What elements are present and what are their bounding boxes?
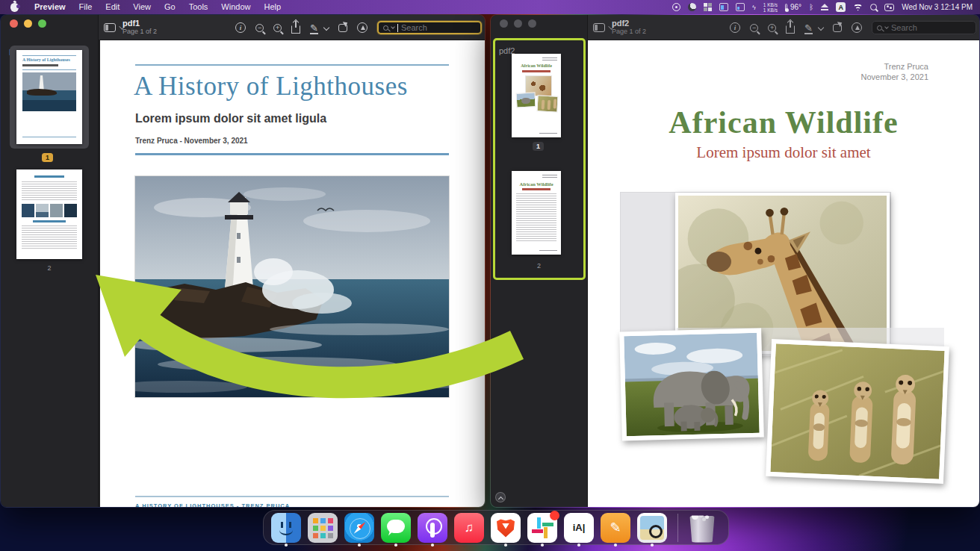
page-1-badge: 1 bbox=[533, 142, 544, 151]
pdf1-page1-thumbnail[interactable]: A History of Lighthouses bbox=[16, 50, 82, 144]
info-icon[interactable]: i bbox=[730, 22, 740, 33]
dock-music-icon[interactable]: ♫ bbox=[454, 513, 484, 543]
info-icon[interactable]: i bbox=[235, 22, 246, 33]
dock-trash-icon[interactable] bbox=[689, 516, 716, 543]
pdf1-content[interactable]: A History of Lighthouses Lorem ipsum dol… bbox=[99, 40, 485, 507]
share-icon[interactable] bbox=[291, 25, 300, 34]
status-app-icon[interactable] bbox=[672, 3, 680, 11]
zoom-out-icon[interactable]: − bbox=[255, 24, 264, 32]
dock-messages-icon[interactable] bbox=[381, 513, 411, 543]
menu-go[interactable]: Go bbox=[158, 0, 182, 14]
zoom-out-icon[interactable]: − bbox=[750, 24, 758, 32]
dock-pen-icon[interactable]: ✎ bbox=[601, 513, 630, 543]
menu-edit[interactable]: Edit bbox=[99, 0, 126, 14]
doc-rule bbox=[135, 153, 449, 155]
pdf2-titlebar[interactable]: pdf2 Page 1 of 2 i − + ✎ Search bbox=[588, 15, 979, 40]
memory-meter-icon[interactable] bbox=[736, 3, 745, 11]
minimize-button[interactable] bbox=[514, 19, 522, 28]
close-button[interactable] bbox=[500, 19, 508, 28]
zoom-in-icon[interactable]: + bbox=[273, 24, 282, 32]
dock-safari-icon[interactable] bbox=[344, 513, 374, 543]
scroll-up-button[interactable] bbox=[495, 492, 506, 502]
pdf1-page2-thumbnail[interactable] bbox=[16, 169, 82, 259]
rotate-icon[interactable] bbox=[833, 24, 842, 32]
close-button[interactable] bbox=[10, 19, 18, 28]
doc-title: African Wildlife bbox=[588, 105, 979, 140]
menu-bar-clock[interactable]: Wed Nov 3 12:14 PM bbox=[902, 3, 973, 11]
menu-bar: Preview File Edit View Go Tools Window H… bbox=[0, 0, 980, 14]
power-bolt-icon[interactable]: ϟ bbox=[752, 4, 756, 11]
wifi-icon[interactable] bbox=[853, 4, 863, 11]
running-indicator-dot bbox=[431, 544, 434, 547]
dock-podcasts-icon[interactable] bbox=[418, 513, 447, 543]
thumb-text-block bbox=[22, 181, 77, 201]
dock-brave-icon[interactable] bbox=[491, 513, 521, 543]
sidebar-toggle-icon[interactable] bbox=[104, 23, 116, 32]
menu-bar-status: ϟ 1 KB/s 1 KB/s 96° ᛒ A Wed Nov 3 12:14 … bbox=[672, 2, 980, 13]
preview-window-pdf2: pdf2 African Wildlife 1 African Wildlife… bbox=[490, 14, 980, 508]
pdf2-content[interactable]: Trenz Pruca November 3, 2021 African Wil… bbox=[588, 40, 979, 507]
search-placeholder: Search bbox=[401, 23, 427, 32]
window-title: pdf2 bbox=[612, 19, 646, 28]
annotate-icon[interactable] bbox=[852, 22, 862, 33]
menu-app-preview[interactable]: Preview bbox=[28, 0, 72, 14]
markup-dropdown-icon[interactable] bbox=[323, 25, 329, 31]
page-2-number: 2 bbox=[1, 264, 98, 272]
doc-date: November 3, 2021 bbox=[861, 72, 929, 82]
pdf1-titlebar[interactable]: pdf1 Page 1 of 2 i − + ✎ S bbox=[99, 15, 485, 40]
rotate-icon[interactable] bbox=[338, 24, 347, 32]
markup-pen-icon[interactable]: ✎ bbox=[310, 23, 318, 33]
bluetooth-icon[interactable]: ᛒ bbox=[809, 3, 813, 11]
zoom-button[interactable] bbox=[528, 19, 536, 28]
pdf2-page2-thumbnail[interactable]: African Wildlife bbox=[512, 171, 561, 255]
markup-pen-icon[interactable]: ✎ bbox=[804, 23, 813, 33]
markup-dropdown-icon[interactable] bbox=[818, 25, 824, 31]
thumb-rule bbox=[22, 55, 76, 56]
running-indicator-dot bbox=[541, 544, 544, 547]
dock-launchpad-icon[interactable] bbox=[308, 513, 338, 543]
page-indicator: Page 1 of 2 bbox=[122, 28, 157, 36]
input-source-icon[interactable]: A bbox=[836, 2, 846, 12]
sidebar-toggle-icon[interactable] bbox=[593, 23, 605, 32]
annotate-icon[interactable] bbox=[357, 22, 368, 33]
temperature-reading[interactable]: 96° bbox=[790, 3, 801, 11]
apple-menu-icon[interactable] bbox=[10, 3, 19, 12]
control-center-icon[interactable] bbox=[884, 4, 894, 11]
pdf2-page1-thumbnail[interactable]: African Wildlife bbox=[512, 54, 561, 137]
status-grid-icon[interactable] bbox=[704, 3, 712, 11]
zoom-button[interactable] bbox=[38, 19, 46, 28]
zoom-in-icon[interactable]: + bbox=[768, 24, 776, 32]
minimize-button[interactable] bbox=[24, 19, 32, 28]
thumb-heading-line bbox=[34, 175, 64, 178]
page-1-badge: 1 bbox=[42, 153, 53, 162]
search-input[interactable]: Search bbox=[377, 21, 482, 34]
dock-ia-writer-icon[interactable]: iA| bbox=[564, 513, 594, 543]
menu-tools[interactable]: Tools bbox=[182, 0, 215, 14]
running-indicator-dot bbox=[394, 544, 397, 547]
dock-finder-icon[interactable] bbox=[271, 513, 301, 543]
search-scope-chevron-icon bbox=[391, 25, 395, 29]
preview-window-pdf1: pdf1 A History of Lighthouses 1 bbox=[0, 14, 486, 508]
menu-view[interactable]: View bbox=[126, 0, 158, 14]
search-input[interactable]: Search bbox=[872, 21, 976, 34]
network-speed[interactable]: 1 KB/s 1 KB/s bbox=[763, 2, 778, 13]
thumb-meta-lines bbox=[542, 57, 557, 61]
meerkats-photo bbox=[766, 339, 949, 484]
menu-help[interactable]: Help bbox=[257, 0, 288, 14]
dock-slack-icon[interactable] bbox=[527, 513, 557, 543]
eject-icon[interactable] bbox=[821, 4, 828, 10]
dark-mode-icon[interactable] bbox=[688, 3, 696, 11]
thumb-subtitle-line bbox=[22, 64, 58, 66]
doc-subtitle: Lorem ipsum dolor sit amet bbox=[588, 143, 979, 162]
spotlight-icon[interactable] bbox=[870, 4, 877, 10]
dock-preview-icon[interactable] bbox=[637, 513, 667, 543]
menu-window[interactable]: Window bbox=[214, 0, 257, 14]
doc-author: Trenz Pruca bbox=[861, 61, 929, 72]
share-icon[interactable] bbox=[786, 25, 795, 34]
cpu-meter-icon[interactable] bbox=[719, 3, 728, 11]
search-icon bbox=[383, 25, 388, 31]
window-controls bbox=[10, 19, 46, 28]
text-caret bbox=[397, 24, 398, 32]
search-scope-chevron-icon bbox=[884, 25, 889, 29]
menu-file[interactable]: File bbox=[72, 0, 99, 14]
